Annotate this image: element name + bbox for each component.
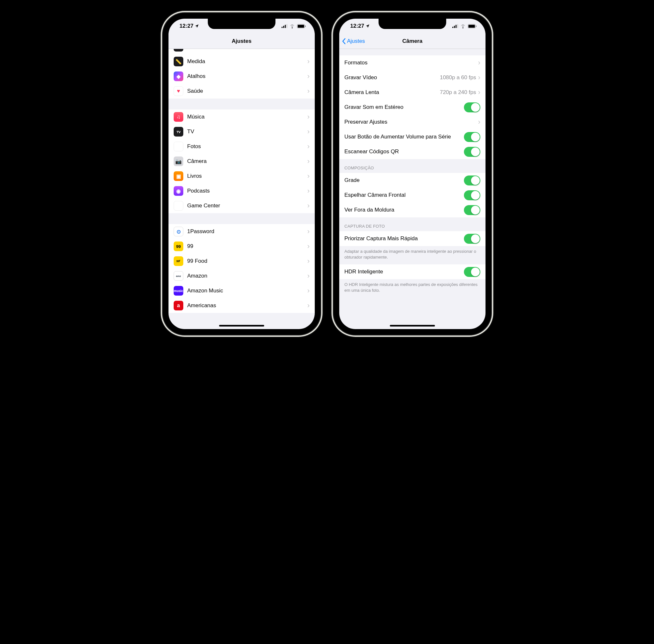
podcasts-icon: ◉ — [174, 186, 183, 196]
camera-row[interactable]: HDR Inteligente — [339, 264, 486, 279]
chevron-right-icon: › — [478, 59, 480, 67]
row-label: Americanas — [187, 302, 307, 309]
settings-row-musica[interactable]: ♫Música› — [168, 110, 315, 124]
row-label: Bússola — [187, 49, 307, 50]
signal-icon — [281, 24, 287, 28]
home-indicator[interactable] — [219, 325, 264, 326]
status-time: 12:27 — [179, 23, 193, 29]
settings-row-amzm[interactable]: musicAmazon Music› — [168, 283, 315, 298]
settings-row-1pw[interactable]: ⊙1Password› — [168, 224, 315, 239]
chevron-right-icon: › — [307, 128, 310, 136]
section-footer: Adaptar a qualidade da imagem de maneira… — [339, 246, 486, 264]
chevron-right-icon: › — [307, 72, 310, 80]
row-label: Grade — [344, 177, 464, 184]
settings-row-medida[interactable]: 📏Medida› — [168, 54, 315, 69]
row-label: 99 Food — [187, 258, 307, 264]
chevron-right-icon: › — [307, 202, 310, 210]
camera-row[interactable]: Grade — [339, 173, 486, 188]
row-label: Fotos — [187, 143, 307, 150]
row-label: HDR Inteligente — [344, 269, 464, 275]
svg-rect-8 — [454, 26, 455, 28]
toggle-switch[interactable] — [464, 234, 480, 244]
phone-left: 12:27 Ajustes ✦Bússola›📏Medida›◆Atalhos›… — [163, 13, 320, 335]
settings-row-99f[interactable]: 99ᶠ99 Food› — [168, 254, 315, 269]
page-title: Ajustes — [232, 38, 251, 44]
settings-row-atalhos[interactable]: ◆Atalhos› — [168, 69, 315, 84]
camera-row[interactable]: Gravar Vídeo1080p a 60 fps› — [339, 70, 486, 85]
row-label: TV — [187, 129, 307, 135]
location-icon — [195, 24, 199, 28]
settings-row-fotos[interactable]: ✿Fotos› — [168, 139, 315, 154]
99-icon: 99 — [174, 242, 183, 251]
camera-row[interactable]: Priorizar Captura Mais Rápida — [339, 231, 486, 246]
svg-rect-2 — [285, 25, 286, 28]
settings-row-saude[interactable]: ♥Saúde› — [168, 84, 315, 98]
toggle-switch[interactable] — [464, 205, 480, 215]
camera-row[interactable]: Gravar Som em Estéreo — [339, 100, 486, 115]
svg-rect-3 — [287, 24, 287, 28]
settings-row-camera[interactable]: 📷Câmera› — [168, 154, 315, 169]
svg-rect-13 — [476, 25, 476, 27]
chevron-right-icon: › — [307, 49, 310, 51]
livros-icon: ▣ — [174, 171, 183, 181]
toggle-switch[interactable] — [464, 132, 480, 142]
row-label: Ver Fora da Moldura — [344, 207, 464, 213]
status-time: 12:27 — [350, 23, 364, 29]
settings-row-gamecenter[interactable]: ●Game Center› — [168, 198, 315, 213]
chevron-right-icon: › — [307, 301, 310, 310]
home-indicator[interactable] — [390, 325, 435, 326]
fotos-icon: ✿ — [174, 142, 183, 151]
row-label: 99 — [187, 243, 307, 250]
section-header: CAPTURA DE FOTO — [339, 217, 486, 231]
toggle-switch[interactable] — [464, 190, 480, 200]
settings-row-livros[interactable]: ▣Livros› — [168, 169, 315, 184]
toggle-switch[interactable] — [464, 267, 480, 277]
camera-icon: 📷 — [174, 157, 183, 166]
row-label: Atalhos — [187, 73, 307, 79]
wifi-icon — [460, 24, 466, 28]
row-label: Podcasts — [187, 188, 307, 194]
camera-row[interactable]: Usar Botão de Aumentar Volume para Série — [339, 130, 486, 144]
tv-icon: ᴛᴠ — [174, 127, 183, 137]
camera-row[interactable]: Ver Fora da Moldura — [339, 203, 486, 217]
row-label: Gravar Som em Estéreo — [344, 104, 464, 111]
row-label: Livros — [187, 173, 307, 179]
toggle-switch[interactable] — [464, 147, 480, 157]
row-label: Usar Botão de Aumentar Volume para Série — [344, 134, 464, 140]
chevron-right-icon: › — [307, 157, 310, 165]
settings-row-bussola[interactable]: ✦Bússola› — [168, 49, 315, 54]
row-label: Preservar Ajustes — [344, 119, 478, 125]
bussola-icon: ✦ — [174, 49, 183, 51]
chevron-right-icon: › — [307, 286, 310, 295]
back-button[interactable]: Ajustes — [342, 38, 365, 44]
svg-rect-7 — [452, 27, 453, 28]
settings-row-amz[interactable]: amzAmazon› — [168, 269, 315, 283]
toggle-switch[interactable] — [464, 102, 480, 112]
nav-bar: Ajustes — [168, 33, 315, 49]
camera-row[interactable]: Preservar Ajustes› — [339, 115, 486, 130]
camera-settings-list[interactable]: Formatos›Gravar Vídeo1080p a 60 fps›Câme… — [339, 49, 486, 329]
svg-rect-0 — [281, 27, 283, 28]
settings-row-podcasts[interactable]: ◉Podcasts› — [168, 184, 315, 198]
settings-row-99[interactable]: 9999› — [168, 239, 315, 254]
settings-row-tv[interactable]: ᴛᴠTV› — [168, 124, 315, 139]
row-label: Saúde — [187, 88, 307, 94]
svg-rect-10 — [457, 24, 458, 28]
camera-row[interactable]: Câmera Lenta720p a 240 fps› — [339, 85, 486, 100]
svg-rect-9 — [455, 25, 456, 28]
row-label: Amazon Music — [187, 288, 307, 294]
settings-list[interactable]: ✦Bússola›📏Medida›◆Atalhos›♥Saúde›♫Música… — [168, 49, 315, 329]
row-detail: 1080p a 60 fps — [440, 74, 476, 81]
screen: 12:27 Ajustes Câmera Formatos›Gravar Víd… — [339, 19, 486, 329]
camera-row[interactable]: Escanear Códigos QR — [339, 144, 486, 159]
settings-row-amer[interactable]: aAmericanas› — [168, 298, 315, 313]
amz-icon: amz — [174, 271, 183, 281]
row-label: Câmera — [187, 158, 307, 164]
section-footer: O HDR Inteligente mistura as melhores pa… — [339, 279, 486, 298]
camera-row[interactable]: Formatos› — [339, 55, 486, 70]
row-label: 1Password — [187, 228, 307, 235]
svg-rect-1 — [283, 26, 284, 28]
toggle-switch[interactable] — [464, 176, 480, 185]
camera-row[interactable]: Espelhar Câmera Frontal — [339, 188, 486, 203]
chevron-right-icon: › — [307, 172, 310, 180]
